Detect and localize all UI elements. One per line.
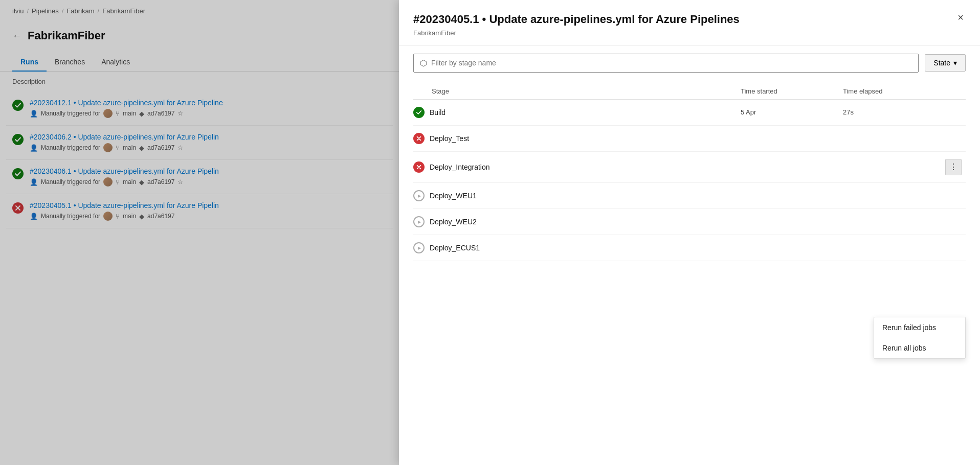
stage-time-build: 5 Apr [741, 108, 843, 116]
list-header: Description [0, 72, 399, 91]
filter-icon: ⬡ [420, 58, 427, 68]
status-icon-failed-4 [12, 202, 24, 214]
context-menu: Rerun failed jobs Rerun all jobs [874, 317, 966, 359]
trigger-text-4: Manually triggered for [41, 213, 100, 220]
status-icon-success-2 [12, 134, 24, 145]
col-header-time-elapsed: Time elapsed [843, 87, 945, 95]
trigger-text-2: Manually triggered for [41, 144, 100, 151]
user-icon-3: 👤 [30, 178, 38, 186]
stages-table: Stage Time started Time elapsed Build 5 … [399, 81, 980, 261]
commit-icon-4: ◆ [139, 213, 144, 220]
pipeline-list: #20230412.1 • Update azure-pipelines.yml… [0, 91, 399, 228]
breadcrumb-item-0[interactable]: ilviu [12, 7, 24, 15]
pipeline-info-3: #20230406.1 • Update azure-pipelines.yml… [30, 167, 387, 187]
trigger-text-3: Manually triggered for [41, 178, 100, 185]
pipeline-item-3[interactable]: #20230406.1 • Update azure-pipelines.yml… [6, 160, 393, 194]
stage-label-build: Build [430, 108, 446, 117]
col-header-stage: Stage [413, 87, 741, 95]
branch-3: main [123, 178, 136, 185]
pipeline-name-1[interactable]: #20230412.1 • Update azure-pipelines.yml… [30, 99, 377, 107]
stage-row-deploy-weu2[interactable]: Deploy_WEU2 [413, 209, 966, 235]
drawer-subtitle: FabrikamFiber [413, 29, 966, 37]
pipeline-item-1[interactable]: #20230412.1 • Update azure-pipelines.yml… [6, 91, 393, 126]
breadcrumb: ilviu / Pipelines / Fabrikam / FabrikamF… [0, 0, 399, 22]
col-header-time-started: Time started [741, 87, 843, 95]
tabs-bar: Runs Branches Analytics [0, 46, 399, 72]
left-panel: ilviu / Pipelines / Fabrikam / FabrikamF… [0, 0, 399, 465]
pipeline-meta-3: 👤 Manually triggered for ⑂ main ◆ ad7a61… [30, 177, 387, 187]
filter-input-wrap[interactable]: ⬡ [413, 54, 919, 73]
breadcrumb-item-3[interactable]: FabrikamFiber [102, 7, 145, 15]
status-icon-success-3 [12, 168, 24, 179]
pipeline-meta-4: 👤 Manually triggered for ⑂ main ◆ ad7a61… [30, 212, 387, 221]
pipeline-item-2[interactable]: #20230406.2 • Update azure-pipelines.yml… [6, 126, 393, 160]
col-header-actions [945, 87, 966, 95]
filter-input[interactable] [431, 59, 912, 67]
more-actions-button[interactable]: ⋮ [945, 159, 962, 175]
commit-icon-2: ◆ [139, 144, 144, 152]
avatar-3 [103, 177, 113, 187]
stage-row-deploy-ecus1[interactable]: Deploy_ECUS1 [413, 235, 966, 261]
branch-icon-3: ⑂ [116, 178, 120, 186]
stage-label-deploy-integration: Deploy_Integration [430, 163, 490, 171]
stage-row-deploy-weu1[interactable]: Deploy_WEU1 [413, 183, 966, 209]
context-menu-item-rerun-all[interactable]: Rerun all jobs [874, 338, 965, 358]
stage-row-deploy-test[interactable]: Deploy_Test [413, 126, 966, 152]
drawer-controls: ⬡ State ▾ [399, 45, 980, 81]
stage-elapsed-build: 27s [843, 108, 945, 116]
pipeline-item-4[interactable]: #20230405.1 • Update azure-pipelines.yml… [6, 194, 393, 228]
drawer-panel: #20230405.1 • Update azure-pipelines.yml… [399, 0, 980, 465]
avatar-1 [103, 109, 113, 118]
commit-icon-1: ◆ [139, 110, 144, 118]
close-button[interactable]: × [953, 10, 968, 25]
pipeline-info-2: #20230406.2 • Update azure-pipelines.yml… [30, 133, 387, 152]
chevron-down-icon: ▾ [953, 59, 957, 67]
back-button[interactable]: ← [12, 31, 21, 41]
stage-status-pending-weu2 [413, 216, 425, 227]
context-menu-item-rerun-failed[interactable]: Rerun failed jobs [874, 317, 965, 338]
breadcrumb-sep-2: / [98, 7, 100, 15]
tab-analytics[interactable]: Analytics [93, 53, 138, 71]
commit-2: ad7a6197 [147, 144, 174, 151]
stage-row-build[interactable]: Build 5 Apr 27s [413, 100, 966, 126]
stage-name-deploy-weu1: Deploy_WEU1 [413, 190, 741, 201]
user-icon: 👤 [30, 110, 38, 118]
stage-status-failed-deploy-test [413, 133, 425, 144]
stage-name-deploy-ecus1: Deploy_ECUS1 [413, 242, 741, 253]
stage-name-deploy-weu2: Deploy_WEU2 [413, 216, 741, 227]
pipeline-name-3[interactable]: #20230406.1 • Update azure-pipelines.yml… [30, 167, 377, 175]
trigger-text-1: Manually triggered for [41, 110, 100, 117]
state-dropdown-button[interactable]: State ▾ [925, 54, 966, 72]
state-label: State [933, 59, 950, 67]
stage-name-build: Build [413, 107, 741, 118]
stage-actions-deploy-integration[interactable]: ⋮ [945, 159, 966, 175]
stages-table-header: Stage Time started Time elapsed [413, 81, 966, 100]
branch-icon-4: ⑂ [116, 213, 120, 220]
pipeline-name-4[interactable]: #20230405.1 • Update azure-pipelines.yml… [30, 201, 377, 210]
pin-icon-1: ☆ [177, 110, 183, 117]
breadcrumb-item-1[interactable]: Pipelines [32, 7, 59, 15]
pipeline-info-1: #20230412.1 • Update azure-pipelines.yml… [30, 99, 387, 118]
pin-icon-3: ☆ [177, 178, 183, 185]
tab-runs[interactable]: Runs [12, 53, 47, 71]
pin-icon-2: ☆ [177, 144, 183, 151]
branch-icon-1: ⑂ [116, 110, 120, 118]
commit-3: ad7a6197 [147, 178, 174, 185]
stage-status-failed-deploy-integration [413, 161, 425, 173]
user-icon-4: 👤 [30, 213, 38, 220]
breadcrumb-item-2[interactable]: Fabrikam [66, 7, 94, 15]
stage-row-deploy-integration[interactable]: Deploy_Integration ⋮ [413, 152, 966, 183]
branch-1: main [123, 110, 136, 117]
stage-label-deploy-test: Deploy_Test [430, 134, 469, 143]
pipeline-name-2[interactable]: #20230406.2 • Update azure-pipelines.yml… [30, 133, 377, 141]
stage-name-deploy-test: Deploy_Test [413, 133, 741, 144]
breadcrumb-sep-1: / [62, 7, 64, 15]
avatar-4 [103, 212, 113, 221]
branch-2: main [123, 144, 136, 151]
stage-status-success-build [413, 107, 425, 118]
stage-status-pending-ecus1 [413, 242, 425, 253]
avatar-2 [103, 143, 113, 152]
drawer-title: #20230405.1 • Update azure-pipelines.yml… [413, 12, 874, 27]
tab-branches[interactable]: Branches [47, 53, 93, 71]
pipeline-meta-1: 👤 Manually triggered for ⑂ main ◆ ad7a61… [30, 109, 387, 118]
